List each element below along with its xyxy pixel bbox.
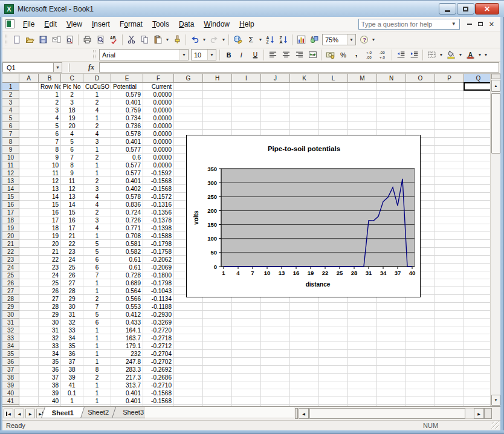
cell-B19[interactable]: 18	[39, 224, 61, 232]
cell-P17[interactable]	[435, 209, 464, 216]
cell-E24[interactable]: 0.61	[111, 264, 143, 271]
cell-D8[interactable]: 3	[83, 138, 111, 146]
cell-N37[interactable]	[377, 366, 406, 374]
cell-P14[interactable]	[435, 185, 464, 193]
cell-D5[interactable]: 1	[83, 114, 111, 122]
cell-H6[interactable]	[203, 122, 232, 130]
row-header-37[interactable]: 37	[2, 366, 19, 374]
cell-C15[interactable]: 13	[61, 193, 83, 201]
window-close-icon[interactable]: ✕	[489, 21, 494, 27]
cell-E4[interactable]: 0.759	[111, 106, 143, 114]
cell-I32[interactable]	[232, 326, 261, 334]
cell-N40[interactable]	[377, 389, 406, 397]
cell-A37[interactable]	[19, 366, 39, 374]
cell-H33[interactable]	[203, 334, 232, 342]
cell-G38[interactable]	[174, 374, 203, 381]
cell-C4[interactable]: 18	[61, 106, 83, 114]
cell-E23[interactable]: 0.61	[111, 256, 143, 264]
prev-sheet-button[interactable]: ◀	[15, 409, 24, 418]
undo-icon[interactable]	[188, 34, 201, 46]
cell-E15[interactable]: 0.578	[111, 193, 143, 201]
cell-J5[interactable]	[261, 114, 290, 122]
row-header-40[interactable]: 40	[2, 389, 19, 397]
cell-Q8[interactable]	[464, 138, 493, 146]
currency-icon[interactable]	[323, 49, 337, 61]
cell-B33[interactable]: 32	[39, 334, 61, 342]
scroll-right-button[interactable]: ▶	[474, 408, 484, 419]
cell-L32[interactable]	[319, 326, 348, 334]
cell-I5[interactable]	[232, 114, 261, 122]
row-header-36[interactable]: 36	[2, 358, 19, 366]
column-header-M[interactable]: M	[348, 74, 377, 83]
cell-A30[interactable]	[19, 311, 39, 319]
cell-K2[interactable]	[290, 91, 319, 99]
cell-E10[interactable]: 0.6	[111, 154, 143, 161]
cell-M41[interactable]	[348, 397, 377, 405]
cell-F21[interactable]: -0.1798	[143, 240, 174, 248]
cell-Q31[interactable]	[464, 319, 493, 326]
cell-F29[interactable]: -0.1188	[143, 303, 174, 311]
cell-N31[interactable]	[377, 319, 406, 326]
cell-E39[interactable]: 313.7	[111, 381, 143, 389]
cell-C37[interactable]: 38	[61, 366, 83, 374]
cell-L35[interactable]	[319, 350, 348, 358]
cell-E18[interactable]: 0.726	[111, 216, 143, 224]
menu-format[interactable]: Format	[115, 18, 147, 31]
cell-C41[interactable]: 1	[61, 397, 83, 405]
cell-A7[interactable]	[19, 130, 39, 138]
cell-M6[interactable]	[348, 122, 377, 130]
menu-file[interactable]: File	[18, 18, 39, 31]
cell-K31[interactable]	[290, 319, 319, 326]
cell-Q16[interactable]	[464, 201, 493, 209]
cell-O5[interactable]	[406, 114, 435, 122]
cell-B35[interactable]: 34	[39, 350, 61, 358]
cell-H31[interactable]	[203, 319, 232, 326]
cell-E28[interactable]: 0.566	[111, 295, 143, 303]
cell-Q25[interactable]	[464, 271, 493, 279]
dropdown-arrow-icon[interactable]: ▼	[477, 49, 483, 61]
cell-K41[interactable]	[290, 397, 319, 405]
cell-Q19[interactable]	[464, 224, 493, 232]
cell-Q24[interactable]	[464, 264, 493, 271]
cell-B29[interactable]: 28	[39, 303, 61, 311]
column-header-D[interactable]: D	[83, 74, 111, 83]
cell-J30[interactable]	[261, 311, 290, 319]
cell-D24[interactable]: 6	[83, 264, 111, 271]
cell-I31[interactable]	[232, 319, 261, 326]
cell-F22[interactable]: -0.1758	[143, 248, 174, 256]
cell-Q5[interactable]	[464, 114, 493, 122]
column-header-O[interactable]: O	[406, 74, 435, 83]
cell-Q37[interactable]	[464, 366, 493, 374]
cell-N35[interactable]	[377, 350, 406, 358]
cell-K37[interactable]	[290, 366, 319, 374]
cell-B18[interactable]: 17	[39, 216, 61, 224]
cell-M33[interactable]	[348, 334, 377, 342]
bold-icon[interactable]: B	[222, 49, 235, 61]
row-header-7[interactable]: 7	[2, 130, 19, 138]
cell-J32[interactable]	[261, 326, 290, 334]
cell-B24[interactable]: 23	[39, 264, 61, 271]
cell-P38[interactable]	[435, 374, 464, 381]
cell-Q23[interactable]	[464, 256, 493, 264]
cell-E21[interactable]: 0.581	[111, 240, 143, 248]
cell-D17[interactable]: 2	[83, 209, 111, 216]
align-left-icon[interactable]	[266, 49, 279, 61]
cell-H41[interactable]	[203, 397, 232, 405]
cell-L36[interactable]	[319, 358, 348, 366]
align-right-icon[interactable]	[292, 49, 306, 61]
cell-E19[interactable]: 0.771	[111, 224, 143, 232]
cell-O4[interactable]	[406, 106, 435, 114]
cell-E14[interactable]: 0.402	[111, 185, 143, 193]
cell-C20[interactable]: 21	[61, 232, 83, 240]
row-header-13[interactable]: 13	[2, 177, 19, 185]
cell-K35[interactable]	[290, 350, 319, 358]
cell-L29[interactable]	[319, 303, 348, 311]
cell-L30[interactable]	[319, 311, 348, 319]
cell-Q13[interactable]	[464, 177, 493, 185]
cell-C1[interactable]: Pic No	[61, 83, 83, 91]
cell-J38[interactable]	[261, 374, 290, 381]
cell-Q4[interactable]	[464, 106, 493, 114]
cell-B6[interactable]: 5	[39, 122, 61, 130]
cell-O3[interactable]	[406, 99, 435, 106]
cell-C40[interactable]: 0.1	[61, 389, 83, 397]
